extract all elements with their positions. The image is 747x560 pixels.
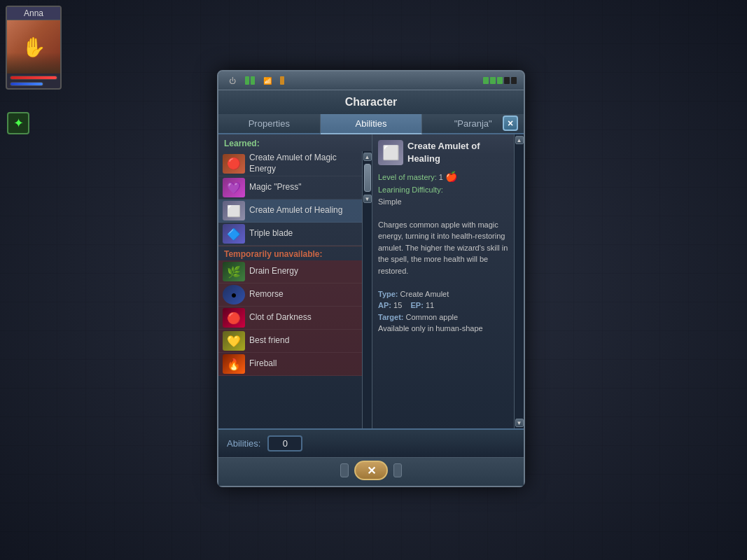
ability-name-best-friend: Best friend (249, 335, 289, 346)
bat-2 (490, 77, 496, 84)
tab-properties[interactable]: Properties (218, 114, 321, 133)
abilities-value: 0 (267, 435, 302, 451)
ability-icon-amulet-magic: 🔴 (223, 154, 245, 174)
ability-name-triple-blade: Triple blade (249, 228, 293, 239)
bat-3 (497, 77, 503, 84)
ability-item-fireball[interactable]: 🔥 Fireball (218, 353, 362, 376)
scroll-down-button[interactable]: ▼ (363, 195, 372, 203)
ability-item-triple-blade[interactable]: 🔷 Triple blade (218, 223, 362, 246)
mastery-value: 1 (439, 173, 443, 181)
energy-bar (10, 82, 43, 86)
dialog-footer: ✕ (218, 457, 524, 486)
ability-icon-triple-blade: 🔷 (223, 224, 245, 244)
health-bar (10, 76, 57, 80)
ability-icon-best-friend: 💛 (223, 331, 245, 351)
ability-item-drain-energy[interactable]: 🌿 Drain Energy (218, 260, 362, 284)
ep-value: 11 (426, 301, 434, 309)
ability-name-amulet-heal: Create Amulet of Healing (249, 205, 342, 216)
ability-icon-amulet-heal: ⬜ (223, 201, 245, 220)
signal-seg-1 (280, 76, 284, 85)
ability-item-clot-darkness[interactable]: 🔴 Clot of Darkness (218, 307, 362, 330)
type-value: Create Amulet (400, 290, 449, 298)
dialog-bottom: Abilities: 0 (218, 428, 524, 457)
ability-item-remorse[interactable]: ● Remorse (218, 284, 362, 307)
ability-icon-drain: 🌿 (223, 262, 245, 281)
ability-item-create-amulet-heal[interactable]: ⬜ Create Amulet of Healing (218, 200, 362, 223)
scroll-track: ▲ ▼ (362, 151, 372, 428)
detail-header: ⬜ Create Amulet of Healing (378, 140, 508, 165)
apple-icon: 🍎 (445, 171, 457, 182)
ability-name-amulet-magic: Create Amulet of Magic Energy (249, 153, 358, 174)
bat-4 (504, 77, 510, 84)
ability-icon-fireball: 🔥 (223, 354, 245, 374)
ability-name-drain-energy: Drain Energy (249, 266, 298, 277)
type-label: Type: (378, 290, 398, 298)
dialog-title: Character (218, 90, 524, 114)
signal-icon: 📶 (260, 76, 274, 85)
hand-icon: ✋ (22, 36, 46, 59)
abilities-label: Abilities: (227, 438, 260, 449)
ability-item-create-amulet-magic[interactable]: 🔴 Create Amulet of Magic Energy (218, 151, 362, 176)
ap-value: 15 (393, 301, 402, 309)
dialog-toolbar: ⏻ 📶 (218, 71, 524, 90)
difficulty-value: Simple (378, 197, 402, 206)
ability-name-remorse: Remorse (249, 289, 284, 300)
ability-item-magic-press[interactable]: 💜 Magic "Press" (218, 176, 362, 200)
battery-icon (483, 77, 517, 84)
right-panel-container: ⬜ Create Amulet of Healing Level of mast… (372, 134, 524, 428)
power-icon: ⏻ (225, 76, 239, 85)
ability-icon-remorse: ● (223, 285, 245, 304)
bat-1 (483, 77, 489, 84)
availability-text: Available only in human-shape (378, 324, 483, 332)
bat-5 (511, 77, 517, 84)
scroll-thumb[interactable] (364, 164, 371, 192)
bar-seg-2 (251, 76, 255, 85)
detail-text: Level of mastery: 1 🍎 Learining Difficul… (378, 169, 508, 335)
detail-icon: ⬜ (378, 140, 403, 165)
portrait-image: ✋ (7, 20, 60, 74)
tab-abilities[interactable]: Abilities (321, 114, 423, 134)
portrait-bars (7, 74, 60, 88)
description-text: Charges common apple with magic energy, … (378, 220, 508, 275)
ability-name-magic-press: Magic "Press" (249, 182, 302, 193)
scroll-up-button[interactable]: ▲ (363, 153, 372, 161)
right-scroll-up[interactable]: ▲ (515, 136, 524, 144)
status-icon: ✦ (7, 112, 29, 134)
target-label: Target: (378, 313, 403, 321)
ability-item-best-friend[interactable]: 💛 Best friend (218, 330, 362, 353)
learned-label: Learned: (218, 134, 372, 151)
ability-name-fireball: Fireball (249, 358, 277, 370)
ability-list: 🔴 Create Amulet of Magic Energy 💜 Magic … (218, 151, 362, 428)
signal-bars (280, 76, 284, 85)
left-panel: Learned: 🔴 Create Amulet of Magic Energy… (218, 134, 372, 428)
ability-icon-clot: 🔴 (223, 308, 245, 328)
ep-label: EP: (411, 301, 424, 309)
right-scroll-down[interactable]: ▼ (515, 419, 524, 427)
ability-name-clot-darkness: Clot of Darkness (249, 312, 312, 323)
ability-icon-magic-press: 💜 (223, 178, 245, 197)
right-scroll-track: ▲ ▼ (514, 134, 524, 428)
right-panel: ⬜ Create Amulet of Healing Level of mast… (372, 134, 514, 428)
character-dialog: ⏻ 📶 Character × Properties Abilities "Pa… (217, 70, 525, 487)
difficulty-label: Learining Difficulty: (378, 186, 443, 194)
bar-seg-1 (245, 76, 249, 85)
health-bars (245, 76, 255, 85)
target-value: Common apple (406, 313, 459, 321)
unavailable-label: Temporarily unavailable: (218, 246, 362, 260)
ap-label: AP: (378, 301, 391, 309)
character-portrait: Anna ✋ (6, 6, 62, 90)
dialog-content: Learned: 🔴 Create Amulet of Magic Energy… (218, 134, 524, 428)
ability-list-container: 🔴 Create Amulet of Magic Energy 💜 Magic … (218, 151, 372, 428)
deco-bolt-left (340, 463, 349, 477)
mastery-label: Level of mastery: (378, 173, 437, 181)
tab-bar: Properties Abilities "Paranja" (218, 114, 524, 134)
close-button[interactable]: × (503, 115, 518, 131)
detail-name: Create Amulet of Healing (407, 140, 508, 165)
footer-close-button[interactable]: ✕ (354, 461, 388, 480)
character-name: Anna (7, 7, 60, 20)
deco-bolt-right (393, 463, 402, 477)
